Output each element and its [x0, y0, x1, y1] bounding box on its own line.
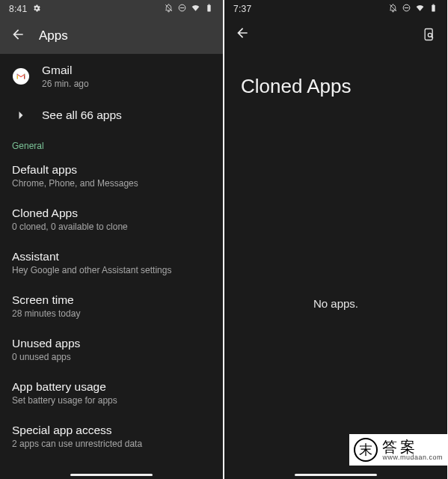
app-name: Gmail: [42, 64, 211, 77]
app-row-gmail[interactable]: Gmail 26 min. ago: [0, 54, 223, 99]
gesture-nav-bar[interactable]: [70, 474, 153, 476]
setting-assistant[interactable]: Assistant Hey Google and other Assistant…: [0, 241, 223, 284]
status-bar: 8:41: [0, 0, 223, 18]
watermark: 末 答案 www.mudaan.com: [349, 434, 447, 466]
chevron-right-icon: [12, 106, 30, 124]
svg-rect-2: [207, 5, 210, 12]
watermark-big: 答案: [382, 439, 443, 454]
watermark-small: www.mudaan.com: [382, 454, 443, 461]
svg-rect-3: [208, 4, 209, 5]
see-all-apps-row[interactable]: See all 66 apps: [0, 99, 223, 132]
page-title: Apps: [39, 28, 68, 43]
settings-gear-icon: [32, 4, 41, 15]
wifi-icon: [415, 3, 425, 15]
gesture-nav-bar[interactable]: [295, 474, 377, 476]
gmail-icon: [12, 67, 30, 85]
back-arrow-icon[interactable]: [235, 25, 250, 43]
setting-app-battery[interactable]: App battery usage Set battery usage for …: [0, 371, 223, 415]
battery-icon: [429, 3, 438, 15]
apps-header: Apps: [0, 18, 223, 54]
empty-state: No apps.: [224, 106, 447, 479]
dnd-icon: [388, 3, 398, 15]
svg-point-9: [428, 33, 432, 37]
svg-rect-7: [432, 4, 434, 5]
do-not-disturb-icon: [402, 3, 411, 15]
empty-text: No apps.: [313, 297, 358, 310]
watermark-glyph: 末: [354, 438, 378, 462]
see-all-label: See all 66 apps: [42, 109, 211, 122]
setting-cloned-apps[interactable]: Cloned Apps 0 cloned, 0 available to clo…: [0, 198, 223, 241]
wifi-icon: [191, 3, 200, 15]
status-time: 8:41: [9, 4, 28, 14]
cloned-header: [224, 18, 447, 51]
back-arrow-icon[interactable]: [10, 27, 25, 45]
search-in-page-icon[interactable]: [422, 27, 437, 42]
battery-icon: [204, 3, 214, 15]
section-general: General: [0, 132, 223, 154]
do-not-disturb-icon: [177, 3, 187, 15]
status-bar: 7:37: [224, 0, 447, 18]
status-time: 7:37: [233, 4, 252, 14]
setting-default-apps[interactable]: Default apps Chrome, Phone, and Messages: [0, 154, 223, 198]
apps-screen: 8:41 Apps Gmail 26 min. ago: [0, 0, 223, 479]
cloned-apps-title: Cloned Apps: [224, 51, 447, 106]
cloned-apps-screen: 7:37 Cloned Apps No apps. 末 答案 www.mudaa…: [224, 0, 447, 479]
setting-screen-time[interactable]: Screen time 28 minutes today: [0, 284, 223, 328]
app-sub: 26 min. ago: [42, 79, 211, 89]
dnd-icon: [164, 3, 174, 15]
setting-unused-apps[interactable]: Unused apps 0 unused apps: [0, 328, 223, 371]
setting-special-access[interactable]: Special app access 2 apps can use unrest…: [0, 415, 223, 458]
svg-rect-6: [432, 5, 435, 12]
